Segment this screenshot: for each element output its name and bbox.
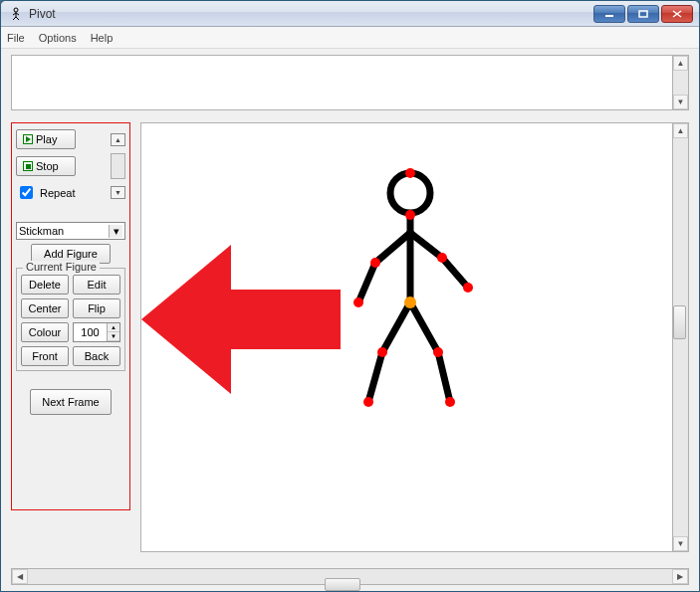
menu-options[interactable]: Options [39, 32, 77, 44]
colour-label: Colour [29, 326, 61, 338]
svg-line-17 [368, 352, 382, 402]
edit-button[interactable]: Edit [73, 275, 120, 295]
svg-line-13 [358, 263, 375, 302]
client-area: ▲ ▼ Play ▲ Stop [1, 49, 699, 591]
stop-label: Stop [36, 160, 59, 172]
scroll-up-icon[interactable]: ▲ [673, 123, 688, 138]
close-button[interactable] [661, 5, 693, 23]
scroll-left-icon[interactable]: ◀ [12, 569, 28, 584]
joint-left-hand[interactable] [353, 297, 363, 307]
chevron-up-icon[interactable]: ▲ [111, 133, 125, 146]
canvas-vscrollbar[interactable]: ▲ ▼ [672, 122, 689, 552]
joint-origin[interactable] [404, 296, 416, 308]
joint-left-knee[interactable] [377, 347, 387, 357]
back-button[interactable]: Back [73, 346, 120, 366]
menu-file[interactable]: File [7, 32, 25, 44]
add-figure-label: Add Figure [44, 248, 98, 260]
figure-dropdown[interactable]: Stickman ▾ [16, 222, 125, 240]
joint-head-top[interactable] [405, 168, 415, 178]
joint-right-foot[interactable] [445, 397, 455, 407]
next-frame-button[interactable]: Next Frame [30, 389, 112, 415]
figure-dropdown-value: Stickman [19, 225, 64, 237]
window-controls [593, 5, 693, 23]
menubar: File Options Help [1, 27, 699, 49]
delete-button[interactable]: Delete [21, 275, 69, 295]
svg-line-4 [13, 17, 16, 20]
stop-icon [23, 161, 33, 171]
flip-button[interactable]: Flip [73, 298, 120, 318]
joint-right-elbow[interactable] [437, 253, 447, 263]
scroll-down-icon[interactable]: ▼ [673, 536, 688, 551]
current-figure-legend: Current Figure [23, 261, 100, 273]
svg-line-18 [410, 302, 438, 352]
timeline-scrollbar[interactable]: ▲ ▼ [672, 55, 689, 110]
chevron-down-icon[interactable]: ▾ [109, 225, 122, 238]
svg-line-15 [442, 258, 468, 288]
svg-point-10 [390, 173, 430, 213]
svg-line-5 [16, 17, 19, 20]
play-button[interactable]: Play [16, 129, 76, 149]
joint-right-hand[interactable] [463, 283, 473, 293]
repeat-checkbox[interactable] [20, 186, 33, 199]
svg-line-19 [438, 352, 450, 402]
center-button[interactable]: Center [21, 298, 69, 318]
scroll-thumb[interactable] [325, 578, 360, 591]
app-icon [9, 7, 23, 21]
repeat-label: Repeat [40, 187, 75, 199]
colour-button[interactable]: Colour [21, 322, 69, 342]
center-label: Center [28, 302, 61, 314]
joint-right-knee[interactable] [433, 347, 443, 357]
svg-line-12 [375, 233, 410, 263]
back-label: Back [85, 350, 109, 362]
svg-rect-7 [639, 11, 647, 17]
maximize-button[interactable] [627, 5, 659, 23]
delete-label: Delete [29, 279, 61, 291]
play-label: Play [36, 133, 57, 145]
flip-label: Flip [88, 302, 106, 314]
chevron-up-icon[interactable]: ▲ [108, 323, 119, 332]
play-icon [23, 134, 33, 144]
stop-button[interactable]: Stop [16, 156, 76, 176]
current-figure-group: Current Figure Delete Edit Center Flip C… [16, 268, 125, 371]
hscrollbar[interactable]: ◀ ▶ [11, 568, 689, 585]
scroll-down-icon[interactable]: ▼ [673, 95, 688, 109]
scale-value: 100 [74, 326, 107, 338]
next-frame-label: Next Frame [42, 396, 99, 408]
app-window: Pivot File Options Help ▲ ▼ Play [0, 0, 700, 592]
front-button[interactable]: Front [21, 346, 69, 366]
joint-left-foot[interactable] [363, 397, 373, 407]
chevron-down-icon[interactable]: ▼ [108, 332, 119, 341]
scroll-right-icon[interactable]: ▶ [672, 569, 688, 584]
svg-line-14 [410, 233, 442, 258]
chevron-down-icon[interactable]: ▼ [111, 186, 125, 199]
scale-spinner[interactable]: 100 ▲▼ [73, 322, 120, 342]
annotation-arrow-icon [131, 235, 350, 404]
svg-marker-20 [141, 245, 341, 394]
window-title: Pivot [29, 7, 56, 21]
joint-left-elbow[interactable] [370, 258, 380, 268]
titlebar[interactable]: Pivot [1, 1, 699, 27]
canvas[interactable] [140, 122, 674, 552]
speed-spinner[interactable]: ▲ [111, 133, 125, 146]
svg-line-16 [382, 302, 410, 352]
joint-neck[interactable] [405, 210, 415, 220]
side-panel: Play ▲ Stop Repeat ▼ [11, 122, 130, 510]
minimize-button[interactable] [593, 5, 625, 23]
edit-label: Edit [88, 279, 107, 291]
menu-help[interactable]: Help [91, 32, 114, 44]
scroll-thumb[interactable] [673, 305, 686, 339]
front-label: Front [32, 350, 58, 362]
svg-point-0 [14, 8, 18, 12]
speed-track[interactable] [111, 153, 125, 179]
scroll-up-icon[interactable]: ▲ [673, 56, 688, 71]
timeline-strip[interactable] [11, 55, 674, 110]
